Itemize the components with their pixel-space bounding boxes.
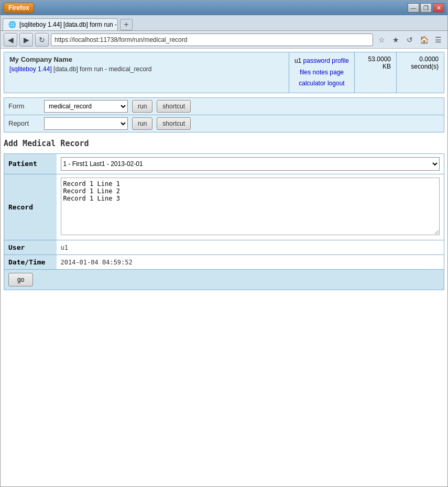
form-run-button[interactable]: run — [132, 100, 152, 113]
titlebar: Firefox — ❐ ✕ — [1, 1, 447, 15]
go-button[interactable]: go — [8, 273, 33, 286]
stat-kb-unit: KB — [360, 63, 391, 70]
patient-select[interactable]: 1 - First1 Last1 - 2013-02-01 — [61, 157, 440, 171]
browser-window: Firefox — ❐ ✕ 🌐 [sqliteboy 1.44] [data.d… — [0, 0, 448, 487]
page-content: My Company Name [sqliteboy 1.44] [data.d… — [1, 49, 447, 486]
page-link[interactable]: page — [330, 69, 344, 76]
refresh-button[interactable]: ↻ — [35, 33, 49, 47]
go-button-cell: go — [4, 269, 444, 290]
nav-icon-group: ☆ ★ ↺ 🏠 ☰ — [375, 34, 444, 46]
breadcrumb: [sqliteboy 1.44] [data.db] form run - me… — [9, 65, 283, 73]
company-name: My Company Name — [9, 56, 283, 63]
window-controls: — ❐ ✕ — [408, 3, 444, 13]
user-value: u1 — [61, 244, 68, 251]
logout-link[interactable]: logout — [327, 80, 345, 87]
record-textarea[interactable]: Record 1 Line 1 Record 1 Line 2 Record 1… — [61, 178, 440, 235]
company-info: My Company Name [sqliteboy 1.44] [data.d… — [4, 52, 289, 93]
info-bar: My Company Name [sqliteboy 1.44] [data.d… — [4, 52, 444, 93]
form-row: Form medical_record run shortcut — [4, 98, 444, 115]
medical-record-form: Patient 1 - First1 Last1 - 2013-02-01 Re… — [4, 153, 444, 290]
form-select[interactable]: medical_record — [44, 100, 128, 113]
calculator-link[interactable]: calculator — [299, 80, 325, 87]
stat-seconds-value: 0.0000 — [402, 56, 439, 63]
reload-icon[interactable]: ↺ — [403, 34, 416, 46]
firefox-menu-button[interactable]: Firefox — [4, 3, 34, 13]
datetime-label: Date/Time — [4, 254, 57, 269]
restore-button[interactable]: ❐ — [420, 3, 432, 13]
home-icon[interactable]: 🏠 — [418, 34, 430, 46]
patient-label: Patient — [4, 153, 57, 174]
user-label: User — [4, 240, 57, 254]
breadcrumb-rest: [data.db] form run - medical_record — [52, 65, 152, 73]
form-row-label: Form — [8, 102, 40, 110]
nav-links: u1 password profile files notes page cal… — [289, 52, 355, 93]
stat-kb-value: 53.0000 — [360, 56, 391, 63]
report-row-label: Report — [8, 119, 40, 127]
tab-bar: 🌐 [sqliteboy 1.44] [data.db] form run - … — [1, 15, 447, 31]
user-field-cell: u1 — [57, 240, 444, 254]
active-tab[interactable]: 🌐 [sqliteboy 1.44] [data.db] form run - … — [3, 18, 118, 30]
datetime-field-cell: 2014-01-04 04:59:52 — [57, 254, 444, 269]
report-shortcut-button[interactable]: shortcut — [157, 117, 191, 130]
nav-bar: ◀ ▶ ↻ ☆ ★ ↺ 🏠 ☰ — [1, 31, 447, 49]
user-row: User u1 — [4, 240, 444, 254]
bookmark-icon[interactable]: ★ — [389, 34, 402, 46]
back-button[interactable]: ◀ — [4, 33, 17, 47]
stat-seconds-box: 0.0000 second(s) — [397, 52, 444, 93]
password-link[interactable]: password — [303, 57, 330, 64]
user-label: u1 — [294, 57, 301, 64]
forward-button[interactable]: ▶ — [19, 33, 33, 47]
files-link[interactable]: files — [300, 69, 311, 76]
patient-row: Patient 1 - First1 Last1 - 2013-02-01 — [4, 153, 444, 174]
record-row: Record Record 1 Line 1 Record 1 Line 2 R… — [4, 174, 444, 240]
tab-icon: 🌐 — [8, 21, 16, 28]
notes-link[interactable]: notes — [313, 69, 328, 76]
minimize-button[interactable]: — — [408, 3, 419, 13]
go-button-row: go — [4, 269, 444, 290]
record-label: Record — [4, 174, 57, 240]
close-button[interactable]: ✕ — [433, 3, 444, 13]
tab-title: [sqliteboy 1.44] [data.db] form run - me… — [19, 21, 118, 28]
sqliteboy-link[interactable]: [sqliteboy 1.44] — [9, 65, 52, 73]
address-bar[interactable] — [51, 34, 373, 46]
form-title: Add Medical Record — [4, 139, 444, 148]
report-run-button[interactable]: run — [132, 117, 152, 130]
datetime-row: Date/Time 2014-01-04 04:59:52 — [4, 254, 444, 269]
datetime-value: 2014-01-04 04:59:52 — [61, 259, 133, 266]
stat-seconds-unit: second(s) — [402, 63, 439, 70]
report-row: Report run shortcut — [4, 115, 444, 132]
patient-field-cell: 1 - First1 Last1 - 2013-02-01 — [57, 153, 444, 174]
stat-kb-box: 53.0000 KB — [355, 52, 397, 93]
form-report-bar: Form medical_record run shortcut Report … — [4, 97, 444, 132]
menu-icon[interactable]: ☰ — [432, 34, 444, 46]
profile-link[interactable]: profile — [332, 57, 349, 64]
bookmark-star-icon[interactable]: ☆ — [375, 34, 388, 46]
record-field-cell: Record 1 Line 1 Record 1 Line 2 Record 1… — [57, 174, 444, 240]
new-tab-button[interactable]: + — [120, 19, 133, 30]
report-select[interactable] — [44, 117, 128, 130]
form-shortcut-button[interactable]: shortcut — [157, 100, 191, 113]
